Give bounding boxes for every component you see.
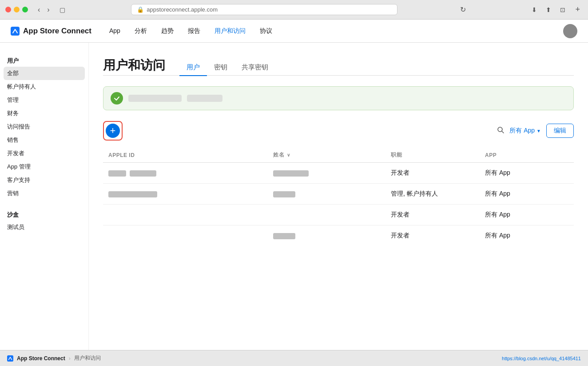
cell-appleid	[103, 163, 268, 184]
cell-appleid	[103, 205, 268, 225]
cell-appleid	[103, 225, 268, 246]
footer-logo-text: App Store Connect	[17, 355, 65, 362]
main-nav: App 分析 趋势 报告 用户和访问 协议	[109, 25, 563, 37]
sidebar-item-access-reports[interactable]: 访问报告	[0, 120, 88, 133]
tab-shared-secret[interactable]: 共享密钥	[234, 60, 275, 76]
footer-left: App Store Connect › 用户和访问	[7, 354, 101, 362]
user-table: APPLE ID 姓名 ∨ 职能 APP	[103, 148, 574, 246]
col-header-name[interactable]: 姓名 ∨	[268, 148, 385, 163]
footer: App Store Connect › 用户和访问 https://blog.c…	[0, 350, 588, 366]
sidebar-users-label: 用户	[0, 53, 88, 67]
add-button-wrap: +	[103, 121, 123, 141]
cell-role: 开发者	[385, 205, 480, 225]
sidebar-item-sales[interactable]: 销售	[0, 133, 88, 147]
sidebar-item-finance[interactable]: 财务	[0, 107, 88, 120]
toolbar-right: 所有 App ▼ 编辑	[497, 124, 574, 138]
edit-button[interactable]: 编辑	[546, 124, 574, 138]
notification-text-block-1	[128, 95, 182, 102]
back-button[interactable]: ‹	[35, 5, 43, 15]
sidebar-item-developer[interactable]: 开发者	[0, 147, 88, 160]
sidebar-item-testers[interactable]: 测试员	[0, 221, 88, 234]
sidebar-item-account-holder[interactable]: 帐户持有人	[0, 80, 88, 93]
content: 用户和访问 用户 密钥 共享密钥 +	[89, 43, 588, 350]
main-layout: 用户 全部 帐户持有人 管理 财务 访问报告 销售 开发者 App 管理 客户支…	[0, 43, 588, 350]
notification-icon	[111, 92, 123, 105]
check-icon	[114, 95, 120, 101]
footer-url: https://blog.csdn.net/u/qq_41485411	[502, 356, 581, 361]
table-body: 开发者 所有 App 管理, 帐户持有人 所有 App	[103, 163, 574, 246]
tile-button[interactable]: ▢	[56, 5, 69, 14]
download-button[interactable]: ⬇	[528, 5, 540, 14]
cell-role: 开发者	[385, 163, 480, 184]
fullscreen-button[interactable]	[22, 7, 28, 12]
browser-actions: ⬇ ⬆ ⊡	[528, 5, 569, 14]
nav-item-analytics[interactable]: 分析	[135, 25, 147, 37]
app-store-connect-icon	[11, 27, 20, 36]
search-button[interactable]	[497, 126, 504, 135]
notification-text-block-2	[187, 95, 222, 102]
add-user-button[interactable]: +	[106, 124, 120, 138]
avatar	[563, 24, 577, 38]
browser-chrome: ‹ › ▢ 🔒 appstoreconnect.apple.com ↻ ⬇ ⬆ …	[0, 0, 588, 20]
table-row[interactable]: 开发者 所有 App	[103, 205, 574, 225]
table-row[interactable]: 管理, 帐户持有人 所有 App	[103, 184, 574, 205]
forward-button[interactable]: ›	[44, 5, 52, 15]
cell-name	[268, 184, 385, 205]
footer-breadcrumb: 用户和访问	[74, 354, 101, 362]
nav-item-users[interactable]: 用户和访问	[215, 25, 246, 37]
toolbar: + 所有 App ▼ 编辑	[103, 121, 574, 141]
minimize-button[interactable]	[14, 7, 20, 12]
table-row[interactable]: 开发者 所有 App	[103, 163, 574, 184]
tabs-row: 用户 密钥 共享密钥	[179, 60, 275, 75]
share-button[interactable]: ⬆	[542, 5, 555, 14]
sidebar-sandbox-label: 沙盒	[0, 207, 88, 221]
sidebar-item-customer-support[interactable]: 客户支持	[0, 173, 88, 187]
url-text: appstoreconnect.apple.com	[147, 6, 218, 13]
footer-logo-icon	[7, 355, 13, 362]
notification-banner	[103, 86, 574, 110]
nav-item-reports[interactable]: 报告	[188, 25, 200, 37]
filter-label: 所有 App	[509, 127, 535, 135]
app-logo-text: App Store Connect	[23, 27, 91, 36]
sidebar-item-admin[interactable]: 管理	[0, 93, 88, 107]
cell-name	[268, 205, 385, 225]
sort-icon: ∨	[287, 153, 290, 157]
notification-text	[128, 95, 222, 102]
col-header-app: APP	[480, 148, 574, 163]
svg-rect-0	[11, 27, 20, 36]
traffic-lights	[5, 7, 28, 12]
tab-keys[interactable]: 密钥	[207, 60, 234, 76]
app-header: App Store Connect App 分析 趋势 报告 用户和访问 协议	[0, 20, 588, 43]
footer-separator: ›	[69, 355, 71, 362]
page-title: 用户和访问	[103, 57, 165, 74]
address-bar[interactable]: 🔒 appstoreconnect.apple.com	[131, 4, 397, 15]
svg-line-2	[502, 131, 504, 133]
cell-name	[268, 163, 385, 184]
nav-item-app[interactable]: App	[109, 25, 120, 37]
sidebar: 用户 全部 帐户持有人 管理 财务 访问报告 销售 开发者 App 管理 客户支…	[0, 43, 89, 350]
cell-name	[268, 225, 385, 246]
col-header-appleid: APPLE ID	[103, 148, 268, 163]
reload-button[interactable]: ↻	[460, 5, 466, 14]
svg-rect-3	[7, 355, 13, 362]
cell-app: 所有 App	[480, 225, 574, 246]
cell-appleid	[103, 184, 268, 205]
nav-item-trends[interactable]: 趋势	[161, 25, 174, 37]
col-header-role: 职能	[385, 148, 480, 163]
sidebar-item-app-manager[interactable]: App 管理	[0, 160, 88, 173]
table-row[interactable]: 开发者 所有 App	[103, 225, 574, 246]
close-button[interactable]	[5, 7, 11, 12]
cell-role: 管理, 帐户持有人	[385, 184, 480, 205]
cell-app: 所有 App	[480, 184, 574, 205]
tab-users[interactable]: 用户	[179, 60, 207, 76]
reading-mode-button[interactable]: ⊡	[556, 5, 569, 14]
browser-nav: ‹ ›	[35, 5, 52, 15]
app-logo: App Store Connect	[11, 27, 91, 36]
lock-icon: 🔒	[137, 6, 144, 13]
app-filter-dropdown[interactable]: 所有 App ▼	[509, 127, 541, 135]
cell-app: 所有 App	[480, 163, 574, 184]
nav-item-agreements[interactable]: 协议	[260, 25, 272, 37]
new-tab-button[interactable]: +	[572, 4, 583, 15]
sidebar-item-marketing[interactable]: 营销	[0, 187, 88, 200]
sidebar-item-all[interactable]: 全部	[4, 67, 85, 80]
